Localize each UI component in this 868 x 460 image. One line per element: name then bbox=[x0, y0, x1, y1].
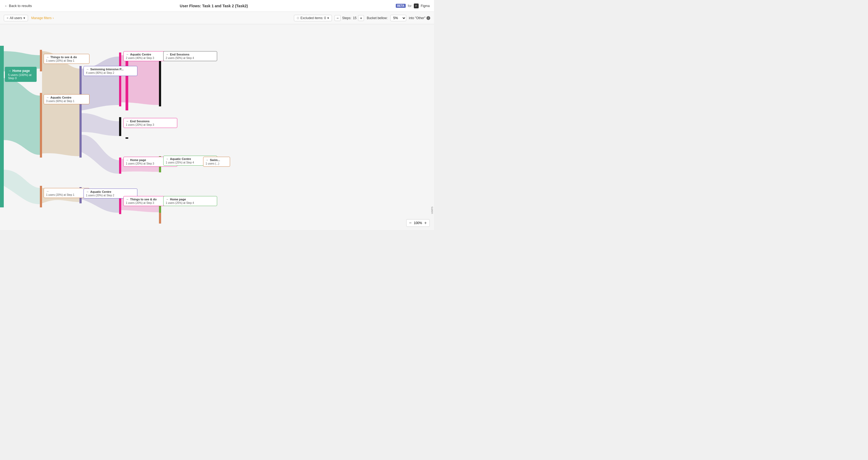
step1-things-node[interactable]: →Things to see & do 1 users (20%) at Ste… bbox=[44, 54, 89, 64]
into-other-label: into "Other" i bbox=[409, 16, 430, 20]
step4-endsessions-node[interactable]: →End Sessions 2 users (50%) at Step 4 bbox=[163, 51, 217, 61]
beta-badge: BETA bbox=[396, 4, 405, 8]
figma-icon: F bbox=[414, 3, 418, 8]
title-value: Task 1 and Task 2 (Task2) bbox=[202, 4, 248, 8]
home-node-title: → Home page bbox=[8, 69, 33, 73]
zoom-controls: − 100% + bbox=[406, 219, 430, 227]
home-node-sub: 5 users (100%) at Step 0 bbox=[8, 73, 33, 80]
svg-rect-8 bbox=[119, 158, 121, 174]
toolbar-left: All users ▾ Manage filters › bbox=[4, 15, 291, 21]
info-icon[interactable]: i bbox=[427, 16, 430, 20]
step3-endsessions-bar bbox=[126, 137, 128, 139]
bucket-label: Bucket bellow: bbox=[367, 16, 388, 20]
step4-swim-node[interactable]: →Swim... 1 users (...) bbox=[203, 157, 230, 167]
all-users-label: All users bbox=[10, 16, 22, 20]
steps-value: 15 bbox=[353, 16, 356, 20]
chevron-down-icon2: ▾ bbox=[327, 16, 329, 20]
for-label: for bbox=[408, 4, 412, 8]
into-other-text: into "Other" bbox=[409, 16, 425, 20]
arrow-icon: → bbox=[8, 69, 11, 73]
svg-rect-2 bbox=[40, 93, 42, 158]
bucket-select[interactable]: 5%10%1% bbox=[390, 15, 406, 21]
step1-aquatic-node[interactable]: →Aquatic Centre 3 users (60%) at Step 1 bbox=[44, 94, 89, 104]
manage-filters-link[interactable]: Manage filters › bbox=[31, 16, 54, 20]
steps-label: Steps: bbox=[342, 16, 351, 20]
back-arrow-icon: ← bbox=[4, 4, 8, 8]
svg-rect-7 bbox=[119, 117, 121, 136]
svg-rect-6 bbox=[119, 53, 121, 106]
step4-homepage-node[interactable]: →Home page 1 users (25%) at Step 4 bbox=[163, 196, 217, 206]
title-prefix: User Flows: bbox=[180, 4, 201, 8]
svg-rect-3 bbox=[40, 186, 42, 207]
users-dot bbox=[7, 17, 8, 19]
users-label: users bbox=[430, 206, 433, 214]
back-link[interactable]: ← Back to results bbox=[4, 4, 32, 8]
back-label: Back to results bbox=[9, 4, 32, 8]
steps-control: − Steps: 15 + bbox=[335, 15, 364, 21]
step2-swimming-node[interactable]: →Swimming Intensive P... 4 users (80%) a… bbox=[84, 66, 137, 76]
toolbar-right: Excluded items: 0 ▾ − Steps: 15 + Bucket… bbox=[294, 15, 430, 21]
excluded-label: Excluded items: 0 bbox=[300, 16, 326, 20]
excluded-dot bbox=[297, 17, 299, 19]
svg-rect-0 bbox=[0, 46, 4, 207]
home-page-node[interactable]: → Home page 5 users (100%) at Step 0 bbox=[5, 67, 37, 82]
chevron-down-icon: ▾ bbox=[24, 16, 25, 20]
zoom-out-button[interactable]: − bbox=[409, 221, 412, 225]
svg-rect-4 bbox=[80, 66, 82, 158]
step3-endsessions-node[interactable]: →End Sessions 1 users (20%) at Step 3 bbox=[123, 118, 177, 128]
steps-decrease-button[interactable]: − bbox=[335, 15, 341, 21]
zoom-in-button[interactable]: + bbox=[424, 221, 427, 225]
zoom-level: 100% bbox=[414, 221, 422, 225]
canvas: → Home page 5 users (100%) at Step 0 →Th… bbox=[0, 24, 434, 230]
header-title: User Flows: Task 1 and Task 2 (Task2) bbox=[180, 4, 248, 8]
excluded-items-button[interactable]: Excluded items: 0 ▾ bbox=[294, 15, 332, 21]
header-left: ← Back to results bbox=[4, 4, 32, 8]
steps-increase-button[interactable]: + bbox=[358, 15, 364, 21]
svg-rect-1 bbox=[40, 50, 42, 71]
all-users-button[interactable]: All users ▾ bbox=[4, 15, 28, 21]
figma-label: Figma bbox=[421, 4, 430, 8]
header-right: BETA for F Figma bbox=[396, 3, 430, 8]
arrow-right-icon: › bbox=[53, 16, 54, 20]
header: ← Back to results User Flows: Task 1 and… bbox=[0, 0, 434, 12]
step1-blank-node[interactable]: → 1 users (20%) at Step 1 bbox=[44, 188, 89, 198]
svg-rect-13 bbox=[159, 213, 161, 224]
manage-filters-label: Manage filters bbox=[31, 16, 52, 20]
toolbar: All users ▾ Manage filters › Excluded it… bbox=[0, 12, 434, 24]
